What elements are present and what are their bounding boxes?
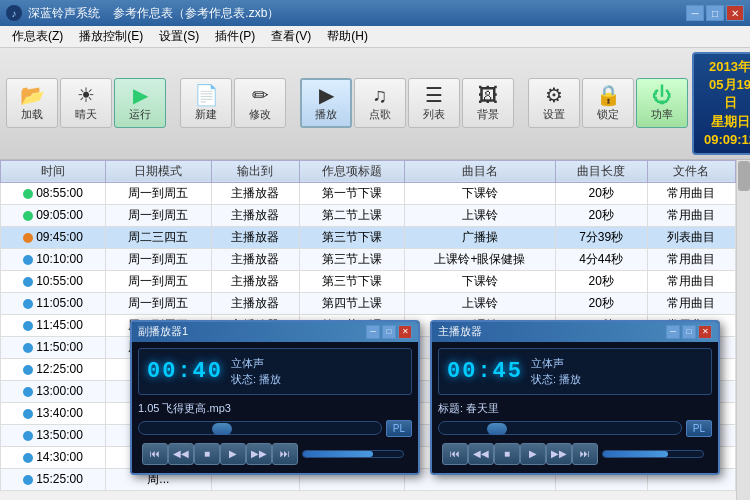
cell-song: 下课铃: [405, 182, 555, 204]
load-button[interactable]: 📂 加载: [6, 78, 58, 128]
table-row[interactable]: 11:05:00 周一到周五 主播放器 第四节上课 上课铃 20秒 常用曲目: [1, 292, 736, 314]
cell-duration: 20秒: [555, 204, 647, 226]
cell-file: 列表曲目: [647, 226, 735, 248]
cell-output: 主播放器: [211, 182, 299, 204]
cell-daymode: 周一到周五: [106, 204, 212, 226]
edit-label: 修改: [249, 107, 271, 122]
title-bar-controls: ─ □ ✕: [686, 5, 744, 21]
player1-progress[interactable]: [138, 421, 382, 435]
player2-stop-button[interactable]: ■: [494, 443, 520, 465]
player2-prev-button[interactable]: ⏮: [442, 443, 468, 465]
player2-close[interactable]: ✕: [698, 325, 712, 339]
player2-display: 00:45 立体声 状态: 播放: [438, 348, 712, 395]
player2-next-button[interactable]: ⏭: [572, 443, 598, 465]
player2-rewind-button[interactable]: ◀◀: [468, 443, 494, 465]
cell-output: 主播放器: [211, 204, 299, 226]
power-label: 功率: [651, 107, 673, 122]
cell-time: 10:10:00: [1, 248, 106, 270]
player2-maximize[interactable]: □: [682, 325, 696, 339]
song-button[interactable]: ♫ 点歌: [354, 78, 406, 128]
cell-song: 下课铃: [405, 270, 555, 292]
settings-button[interactable]: ⚙ 设置: [528, 78, 580, 128]
date-line: 2013年05月19日: [704, 58, 750, 113]
table-row[interactable]: 09:05:00 周一到周五 主播放器 第二节上课 上课铃 20秒 常用曲目: [1, 204, 736, 226]
cell-song: 上课铃: [405, 292, 555, 314]
tool-group-3: ▶ 播放 ♫ 点歌 ☰ 列表 🖼 背景: [300, 78, 514, 128]
cell-output: 主播放器: [211, 270, 299, 292]
player2-forward-button[interactable]: ▶▶: [546, 443, 572, 465]
player2-play-pause-button[interactable]: ▶: [520, 443, 546, 465]
scroll-bar[interactable]: [736, 160, 750, 500]
menu-playback[interactable]: 播放控制(E): [71, 26, 151, 47]
sunny-button[interactable]: ☀ 晴天: [60, 78, 112, 128]
player1-prev-button[interactable]: ⏮: [142, 443, 168, 465]
table-row[interactable]: 10:55:00 周一到周五 主播放器 第三节下课 下课铃 20秒 常用曲目: [1, 270, 736, 292]
menu-file[interactable]: 作息表(Z): [4, 26, 71, 47]
bg-label: 背景: [477, 107, 499, 122]
player1-sound-mode: 立体声: [231, 355, 281, 372]
play-button[interactable]: ▶ 播放: [300, 78, 352, 128]
player1-stop-button[interactable]: ■: [194, 443, 220, 465]
player1-close[interactable]: ✕: [398, 325, 412, 339]
new-button[interactable]: 📄 新建: [180, 78, 232, 128]
menu-view[interactable]: 查看(V): [263, 26, 319, 47]
run-button[interactable]: ▶ 运行: [114, 78, 166, 128]
player1-body: 00:40 立体声 状态: 播放 1.05 飞得更高.mp3 PL: [132, 342, 418, 473]
player1-next-button[interactable]: ⏭: [272, 443, 298, 465]
table-row[interactable]: 09:45:00 周二三四五 主播放器 第三节下课 广播操 7分39秒 列表曲目: [1, 226, 736, 248]
player2-controls: ─ □ ✕: [666, 325, 712, 339]
player2-minimize[interactable]: ─: [666, 325, 680, 339]
player1-display: 00:40 立体声 状态: 播放: [138, 348, 412, 395]
menu-settings[interactable]: 设置(S): [151, 26, 207, 47]
player2-controls-row: PL: [438, 420, 712, 437]
lock-button[interactable]: 🔒 锁定: [582, 78, 634, 128]
sunny-label: 晴天: [75, 107, 97, 122]
player1-forward-button[interactable]: ▶▶: [246, 443, 272, 465]
edit-button[interactable]: ✏ 修改: [234, 78, 286, 128]
power-button[interactable]: ⏻ 功率: [636, 78, 688, 128]
cell-time: 15:25:00: [1, 468, 106, 490]
cell-time: 11:05:00: [1, 292, 106, 314]
new-label: 新建: [195, 107, 217, 122]
cell-time: 13:50:00: [1, 424, 106, 446]
menu-plugins[interactable]: 插件(P): [207, 26, 263, 47]
cell-time: 10:55:00: [1, 270, 106, 292]
table-row[interactable]: 10:10:00 周一到周五 主播放器 第三节上课 上课铃+眼保健操 4分44秒…: [1, 248, 736, 270]
player1-maximize[interactable]: □: [382, 325, 396, 339]
close-button[interactable]: ✕: [726, 5, 744, 21]
cell-daymode: 周二三四五: [106, 226, 212, 248]
cell-time: 11:45:00: [1, 314, 106, 336]
lock-label: 锁定: [597, 107, 619, 122]
player1-rewind-button[interactable]: ◀◀: [168, 443, 194, 465]
cell-title: 第二节上课: [299, 204, 405, 226]
menu-help[interactable]: 帮助(H): [319, 26, 376, 47]
settings-icon: ⚙: [545, 85, 563, 105]
bg-icon: 🖼: [478, 85, 498, 105]
player2-volume[interactable]: [602, 450, 704, 458]
maximize-button[interactable]: □: [706, 5, 724, 21]
cell-time: 14:30:00: [1, 446, 106, 468]
player1-minimize[interactable]: ─: [366, 325, 380, 339]
player2-pl-button[interactable]: PL: [686, 420, 712, 437]
player1-status-label: 状态:: [231, 373, 256, 385]
minimize-button[interactable]: ─: [686, 5, 704, 21]
cell-duration: 20秒: [555, 270, 647, 292]
player2-ctrl-btns: ⏮ ◀◀ ■ ▶ ▶▶ ⏭: [438, 441, 712, 467]
time-line: 星期日09:09:12: [704, 113, 750, 149]
power-icon: ⏻: [652, 85, 672, 105]
player1-volume[interactable]: [302, 450, 404, 458]
bg-button[interactable]: 🖼 背景: [462, 78, 514, 128]
col-header-song: 曲目名: [405, 160, 555, 182]
table-row[interactable]: 08:55:00 周一到周五 主播放器 第一节下课 下课铃 20秒 常用曲目: [1, 182, 736, 204]
cell-output: 主播放器: [211, 248, 299, 270]
file-name: 参考作息表（参考作息表.zxb）: [113, 6, 279, 20]
cell-time: 13:40:00: [1, 402, 106, 424]
player1-play-pause-button[interactable]: ▶: [220, 443, 246, 465]
scroll-thumb[interactable]: [738, 161, 750, 191]
player1-pl-button[interactable]: PL: [386, 420, 412, 437]
list-label: 列表: [423, 107, 445, 122]
player1-ctrl-btns: ⏮ ◀◀ ■ ▶ ▶▶ ⏭: [138, 441, 412, 467]
player2-progress[interactable]: [438, 421, 682, 435]
player1-window: 副播放器1 ─ □ ✕ 00:40 立体声 状态: 播放: [130, 320, 420, 475]
list-button[interactable]: ☰ 列表: [408, 78, 460, 128]
